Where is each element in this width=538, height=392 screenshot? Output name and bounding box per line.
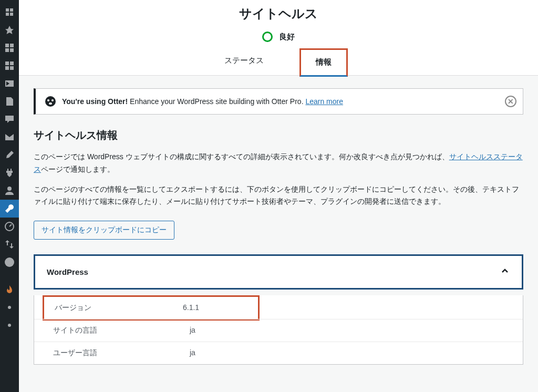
svg-point-8 [7,187,12,191]
accordion-header[interactable]: WordPress [35,256,522,288]
svg-point-12 [8,324,11,327]
svg-rect-6 [5,66,9,70]
page-title: サイトヘルス [19,5,538,22]
svg-rect-5 [10,61,14,65]
accordion-title: WordPress [47,267,88,276]
sidebar-mail-icon[interactable] [0,128,19,146]
desc1-pre: このページでは WordPress ウェブサイトの構成に関するすべての詳細が表示… [34,152,449,161]
sidebar-dashboard-icon[interactable] [0,3,19,21]
svg-rect-2 [5,48,9,52]
svg-point-14 [47,99,49,101]
row-label: バージョン [55,303,183,313]
sidebar-users-icon[interactable] [0,182,19,200]
svg-rect-0 [5,44,9,47]
sidebar-gear2-icon[interactable] [0,316,19,334]
admin-sidebar [0,0,19,392]
svg-point-10 [5,257,14,267]
status-label: 良好 [279,32,295,42]
status-circle-icon [262,32,273,42]
sidebar-flame-icon[interactable] [0,281,19,298]
tab-status[interactable]: ステータス [210,48,278,75]
sidebar-plugins-icon[interactable] [0,164,19,182]
desc1-post: ページで通知します。 [41,165,115,173]
svg-point-16 [49,102,52,105]
svg-point-15 [51,99,54,101]
wordpress-info-table: バージョン 6.1.1 サイトの言語 ja ユーザー言語 ja [34,295,523,365]
notice-text: You're using Otter! Enhance your WordPre… [62,97,343,106]
sidebar-updown-icon[interactable] [0,235,19,253]
section-desc-2: このページのすべての情報を一覧にしてエクスポートするには、下のボタンを使用してク… [34,183,523,209]
table-row-version: バージョン 6.1.1 [43,295,260,321]
sidebar-pin-icon[interactable] [0,21,19,39]
notice-dismiss-button[interactable]: ✕ [505,96,516,107]
table-row-site-lang: サイトの言語 ja [34,319,523,342]
notice-strong: You're using Otter! [62,97,128,106]
section-desc-1: このページでは WordPress ウェブサイトの構成に関するすべての詳細が表示… [34,151,523,176]
sidebar-comments-icon[interactable] [0,110,19,128]
sidebar-grid2-icon[interactable] [0,57,19,75]
otter-notice: You're using Otter! Enhance your WordPre… [34,88,523,115]
site-health-status: 良好 [19,32,538,42]
header-region: サイトヘルス 良好 ステータス 情報 [19,0,538,76]
sidebar-pages-icon[interactable] [0,92,19,110]
svg-rect-1 [10,44,14,47]
sidebar-help-icon[interactable] [0,253,19,271]
svg-rect-3 [10,48,14,52]
svg-point-11 [8,306,11,309]
section-heading: サイトヘルス情報 [34,128,523,142]
copy-site-info-button[interactable]: サイト情報をクリップボードにコピー [34,221,174,240]
wordpress-accordion: WordPress [34,254,523,290]
svg-point-13 [45,96,56,107]
sidebar-brush-icon[interactable] [0,146,19,164]
svg-rect-7 [10,66,14,70]
tabs: ステータス 情報 [19,48,538,75]
notice-rest: Enhance your WordPress site building wit… [128,97,305,106]
chevron-up-icon [500,265,510,278]
sidebar-grid-icon[interactable] [0,39,19,57]
otter-icon [44,95,57,108]
row-label: ユーザー言語 [53,348,190,358]
svg-rect-4 [5,61,9,65]
table-row-user-lang: ユーザー言語 ja [34,342,523,364]
row-value: ja [190,326,195,335]
sidebar-tools-icon[interactable] [0,200,19,218]
sidebar-settings-icon[interactable] [0,298,19,316]
tab-info[interactable]: 情報 [299,48,348,77]
notice-learn-more-link[interactable]: Learn more [305,97,343,106]
content-area: You're using Otter! Enhance your WordPre… [19,76,538,392]
row-label: サイトの言語 [53,326,190,335]
row-value: ja [190,348,195,358]
sidebar-media-icon[interactable] [0,75,19,92]
main-content: サイトヘルス 良好 ステータス 情報 You're using Otter! E… [19,0,538,392]
row-value: 6.1.1 [183,303,199,313]
sidebar-performance-icon[interactable] [0,218,19,235]
